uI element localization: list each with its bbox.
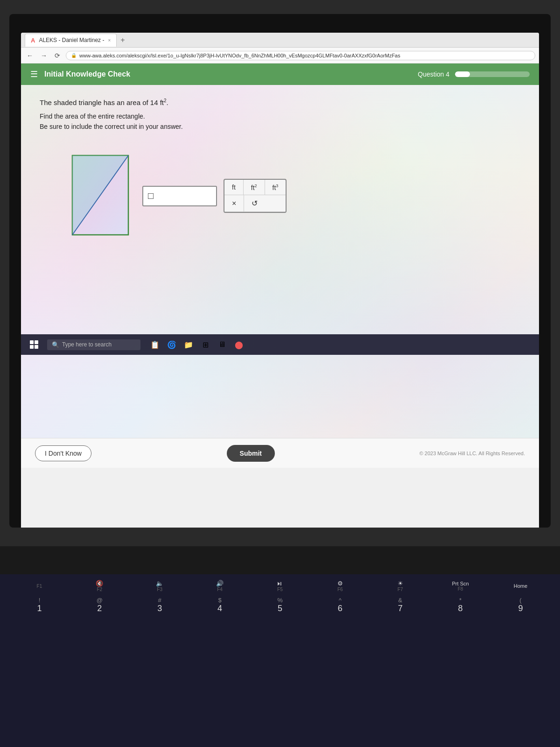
- clear-button[interactable]: ×: [224, 195, 244, 211]
- aleks-header: ☰ Initial Knowledge Check Question 4: [21, 63, 539, 85]
- taskbar-icon-edge[interactable]: 🌀: [165, 338, 179, 352]
- taskbar-icon-folder[interactable]: 📁: [182, 338, 196, 352]
- taskbar-icon-5[interactable]: 🖥: [215, 338, 229, 352]
- tab-title: ALEKS - Daniel Martinez - Knowl: [39, 37, 104, 43]
- refresh-button[interactable]: ⟳: [53, 51, 62, 60]
- fn-key-home: Home: [509, 583, 532, 589]
- undo-button[interactable]: ↺: [244, 195, 265, 211]
- answer-input[interactable]: □: [142, 186, 217, 206]
- keyboard-area: F1 🔇F2 🔈F3 🔊F4 ⏯F5 ⚙F6 ☀F7 Prt ScnF8 Hom…: [0, 574, 560, 747]
- unit-ft-button[interactable]: ft: [224, 180, 244, 195]
- shape-diagram: [68, 151, 133, 240]
- problem-line1: The shaded triangle has an area of 14 ft…: [40, 98, 520, 106]
- forward-button[interactable]: →: [39, 51, 49, 60]
- fn-key-row: F1 🔇F2 🔈F3 🔊F4 ⏯F5 ⚙F6 ☀F7 Prt ScnF8 Hom…: [0, 574, 560, 595]
- fn-key-f1: F1: [28, 584, 51, 589]
- num-key-9: (9: [509, 597, 532, 613]
- num-key-5: %5: [268, 597, 292, 613]
- back-button[interactable]: ←: [25, 51, 35, 60]
- tab-close-icon[interactable]: ×: [108, 38, 111, 43]
- address-bar[interactable]: 🔒 www-awa.aleks.com/alekscgi/x/lsl.exe/1…: [66, 51, 535, 60]
- taskbar: 🔍 Type here to search 📋 🌀 📁 ⊞ 🖥 ⬤: [21, 334, 539, 355]
- num-key-1: !1: [28, 597, 51, 613]
- answer-area: □ ft ft2 ft3 × ↺: [68, 151, 520, 240]
- progress-fill: [455, 71, 470, 77]
- fn-key-f8: Prt ScnF8: [449, 581, 472, 592]
- aleks-favicon: A: [31, 37, 35, 44]
- unit-ft2-button[interactable]: ft2: [244, 180, 265, 195]
- dont-know-button[interactable]: I Don't Know: [35, 445, 91, 461]
- num-key-2: @2: [88, 597, 111, 613]
- unit-selector: ft ft2 ft3 × ↺: [224, 179, 287, 213]
- fn-key-f4: 🔊F4: [208, 580, 231, 592]
- fn-key-f7: ☀F7: [389, 580, 412, 592]
- action-bar: I Don't Know Submit © 2023 McGraw Hill L…: [21, 438, 539, 468]
- browser-tab[interactable]: A ALEKS - Daniel Martinez - Knowl ×: [25, 34, 117, 47]
- lock-icon: 🔒: [71, 53, 77, 58]
- fn-key-f2: 🔇F2: [88, 580, 111, 592]
- question-label: Question 4: [418, 70, 449, 78]
- taskbar-search-box[interactable]: 🔍 Type here to search: [47, 339, 140, 350]
- page-title: Initial Knowledge Check: [44, 70, 130, 78]
- url-text: www-awa.aleks.com/alekscgi/x/lsl.exe/1o_…: [79, 53, 400, 58]
- taskbar-search-icon: 🔍: [52, 341, 59, 348]
- num-key-6: ^6: [329, 597, 352, 613]
- copyright-text: © 2023 McGraw Hill LLC. All Rights Reser…: [420, 451, 525, 456]
- taskbar-search-placeholder: Type here to search: [62, 341, 112, 348]
- num-key-4: $4: [208, 597, 231, 613]
- problem-line2: Find the area of the entire rectangle. B…: [40, 111, 520, 132]
- fn-key-f5: ⏯F5: [268, 580, 292, 592]
- taskbar-icons: 📋 🌀 📁 ⊞ 🖥 ⬤: [148, 338, 246, 352]
- unit-ft3-button[interactable]: ft3: [265, 180, 286, 195]
- fn-key-f6: ⚙F6: [329, 580, 352, 592]
- windows-start-button[interactable]: [27, 337, 42, 352]
- hamburger-menu-icon[interactable]: ☰: [30, 69, 38, 79]
- num-key-row: !1 @2 #3 $4 %5 ^6 &7 *8 (9: [0, 595, 560, 615]
- submit-button[interactable]: Submit: [227, 445, 275, 462]
- num-key-7: &7: [389, 597, 412, 613]
- taskbar-icon-grid[interactable]: ⊞: [198, 338, 212, 352]
- new-tab-button[interactable]: +: [117, 36, 128, 44]
- taskbar-icon-chrome[interactable]: ⬤: [232, 338, 246, 352]
- fn-key-f3: 🔈F3: [148, 580, 171, 592]
- main-content: The shaded triangle has an area of 14 ft…: [21, 85, 539, 468]
- num-key-3: #3: [148, 597, 171, 613]
- progress-bar: [455, 71, 530, 77]
- taskbar-icon-1[interactable]: 📋: [148, 338, 162, 352]
- num-key-8: *8: [449, 597, 472, 613]
